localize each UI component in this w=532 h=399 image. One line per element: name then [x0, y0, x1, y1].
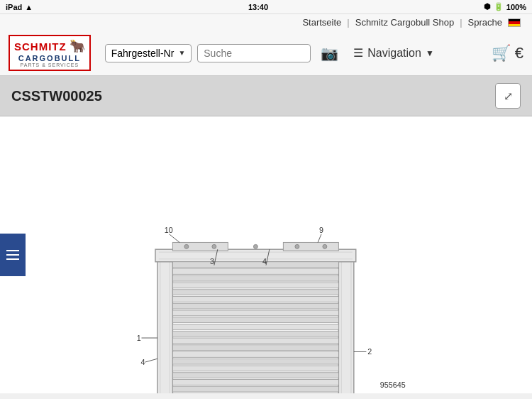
battery-percent: 100% — [506, 3, 526, 11]
german-flag-icon[interactable] — [508, 18, 521, 27]
svg-rect-13 — [172, 269, 338, 275]
status-right: ⬢ 🔋 100% — [484, 2, 526, 11]
svg-rect-15 — [172, 283, 338, 288]
header: Startseite | Schmitz Cargobull Shop | Sp… — [0, 14, 532, 76]
logo-bull-icon: 🐂 — [70, 38, 85, 54]
list-icon-svg — [5, 247, 21, 263]
cart-area[interactable]: 🛒 € — [492, 44, 523, 62]
svg-rect-28 — [172, 373, 338, 378]
hamburger-icon: ☰ — [353, 46, 363, 60]
svg-line-53 — [170, 234, 180, 243]
svg-text:3: 3 — [210, 257, 214, 266]
navigation-button[interactable]: ☰ Navigation ▼ — [348, 43, 440, 62]
svg-rect-16 — [172, 290, 338, 295]
svg-rect-0 — [6, 250, 19, 251]
svg-point-48 — [184, 244, 189, 248]
vin-selector[interactable]: Fahrgestell-Nr ▼ — [105, 44, 192, 62]
svg-text:2: 2 — [367, 347, 372, 356]
logo-area: SCHMITZ 🐂 CARGOBULL PARTS & SERVICES — [9, 35, 91, 71]
euro-icon: € — [515, 44, 523, 62]
diagram-area: 10 9 3 4 1 4 2 26,28,29 105 — [0, 116, 532, 393]
svg-text:4: 4 — [141, 358, 145, 366]
svg-rect-6 — [157, 251, 172, 393]
svg-rect-3 — [338, 251, 353, 393]
svg-rect-26 — [172, 359, 338, 364]
svg-rect-14 — [172, 275, 338, 281]
separator-1: | — [347, 17, 349, 28]
vin-label: Fahrgestell-Nr — [111, 48, 174, 59]
bluetooth-icon: ⬢ — [484, 2, 491, 11]
svg-rect-1 — [6, 254, 19, 256]
svg-line-55 — [318, 234, 321, 243]
svg-rect-29 — [172, 380, 338, 386]
sprache-link[interactable]: Sprache — [468, 17, 502, 28]
svg-point-49 — [212, 244, 216, 248]
logo-nav: SCHMITZ 🐂 CARGOBULL PARTS & SERVICES Fah… — [0, 31, 532, 75]
svg-rect-27 — [172, 366, 338, 371]
search-field-wrap — [197, 44, 311, 62]
svg-rect-2 — [6, 258, 19, 260]
svg-rect-20 — [172, 317, 338, 323]
status-bar: iPad ▲ 13:40 ⬢ 🔋 100% — [0, 0, 532, 14]
expand-button[interactable]: ⤢ — [495, 83, 521, 109]
part-header: CSSTW00025 ⤢ — [0, 76, 532, 116]
list-view-button[interactable] — [0, 234, 26, 276]
top-nav: Startseite | Schmitz Cargobull Shop | Sp… — [0, 14, 532, 31]
svg-rect-17 — [172, 297, 338, 302]
separator-2: | — [460, 17, 462, 28]
ipad-label: iPad — [6, 3, 22, 11]
svg-rect-9 — [155, 249, 356, 262]
toolbar: Fahrgestell-Nr ▼ 📷 ☰ Navigation ▼ 🛒 € — [105, 42, 523, 65]
nav-caret-icon: ▼ — [426, 48, 434, 58]
svg-line-63 — [145, 359, 157, 362]
status-left: iPad ▲ — [6, 3, 33, 11]
svg-point-52 — [323, 244, 327, 248]
svg-text:1: 1 — [137, 334, 141, 342]
svg-text:9: 9 — [319, 226, 323, 234]
svg-rect-30 — [172, 386, 338, 392]
svg-rect-22 — [172, 331, 338, 337]
wifi-icon: ▲ — [25, 3, 33, 11]
status-time: 13:40 — [248, 3, 268, 11]
expand-icon: ⤢ — [504, 89, 513, 103]
search-input[interactable] — [204, 48, 304, 59]
svg-rect-23 — [172, 338, 338, 344]
camera-button[interactable]: 📷 — [316, 42, 342, 65]
svg-point-50 — [253, 244, 257, 248]
svg-rect-24 — [172, 345, 338, 351]
svg-rect-46 — [172, 242, 228, 251]
part-number: CSSTW00025 — [11, 88, 102, 104]
svg-rect-21 — [172, 324, 338, 330]
technical-diagram: 10 9 3 4 1 4 2 26,28,29 105 — [0, 116, 532, 393]
nav-label: Navigation — [367, 47, 421, 60]
shop-link[interactable]: Schmitz Cargobull Shop — [355, 17, 454, 28]
logo-cargobull-text: CARGOBULL — [18, 54, 81, 62]
svg-text:4: 4 — [262, 257, 267, 266]
startseite-link[interactable]: Startseite — [302, 17, 341, 28]
svg-point-51 — [295, 244, 299, 248]
camera-icon: 📷 — [321, 45, 338, 62]
svg-rect-25 — [172, 352, 338, 358]
svg-rect-12 — [172, 262, 338, 268]
svg-text:10: 10 — [165, 226, 173, 234]
logo-top: SCHMITZ 🐂 — [14, 38, 85, 54]
battery-icon: 🔋 — [494, 2, 504, 11]
content: CSSTW00025 ⤢ — [0, 76, 532, 393]
vin-caret-icon: ▼ — [178, 49, 185, 57]
logo-subtitle-text: PARTS & SERVICES — [21, 62, 79, 67]
cart-icon: 🛒 — [492, 44, 511, 62]
logo-schmitz-text: SCHMITZ — [14, 40, 67, 53]
svg-rect-18 — [172, 303, 338, 309]
svg-rect-19 — [172, 310, 338, 316]
svg-rect-47 — [283, 242, 338, 251]
svg-text:955645: 955645 — [380, 381, 406, 389]
